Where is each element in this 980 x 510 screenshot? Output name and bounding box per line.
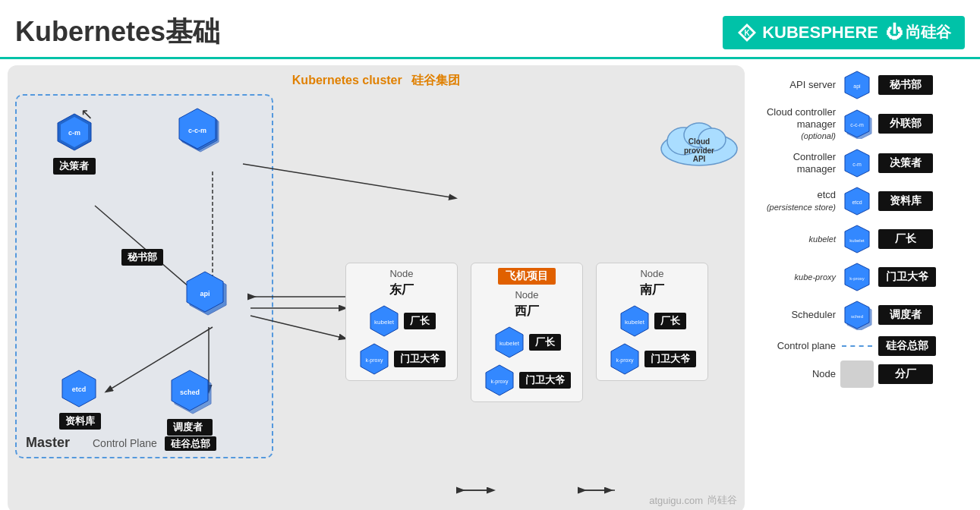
node-east: Node 东厂 kubelet 厂长 k-proxy 门卫大爷 (345, 263, 458, 381)
svg-text:c-m: c-m (852, 162, 862, 167)
ccm-component: c-c-m (175, 107, 220, 156)
legend-sched-label: Scheduler (752, 309, 836, 321)
menweidaye-west-label: 门卫大爷 (519, 372, 571, 389)
svg-text:api: api (200, 290, 210, 298)
cluster-diagram: Kubernetes cluster 硅谷集团 Master Control P… (8, 65, 745, 510)
kubelet-south-icon: kubelet (618, 304, 651, 338)
legend-node-cn: 分厂 (878, 364, 933, 384)
api-component: api 秘书部 (182, 270, 228, 319)
svg-text:c-m: c-m (68, 129, 80, 137)
node-south-name: 南厂 (640, 282, 664, 298)
svg-text:kubelet: kubelet (374, 319, 395, 326)
master-label: Master (26, 435, 70, 451)
diaoduzhe-label: 调度者 (167, 419, 213, 436)
shujubu-label: 秘书部 (121, 249, 163, 266)
node-east-title: Node (389, 268, 413, 279)
legend-ccm-cn: 外联部 (878, 114, 933, 134)
kubelet-east-icon: kubelet (367, 304, 401, 338)
header: Kubernetes基础 K KUBESPHERE ⏻ 尚硅谷 (0, 0, 980, 57)
sigu-logo: ⏻ 尚硅谷 (886, 22, 951, 42)
kubelet-west-icon: kubelet (493, 326, 526, 359)
svg-text:etcd: etcd (72, 386, 87, 393)
control-plane-label: Control Plane 硅谷总部 (93, 437, 216, 451)
legend-kproxy: kube-proxy k-proxy 门卫大爷 (752, 260, 972, 294)
legend-control-plane: Control plane 硅谷总部 (752, 336, 972, 356)
svg-text:Cloud: Cloud (689, 137, 710, 146)
svg-text:etcd: etcd (852, 200, 862, 205)
svg-text:sched: sched (180, 389, 200, 396)
legend-ccm-label: Cloud controllermanager(optional) (752, 106, 836, 142)
legend-kproxy-icon: k-proxy (840, 260, 874, 294)
page-title: Kubernetes基础 (15, 14, 220, 51)
legend-etcd-icon: etcd (840, 184, 874, 218)
menweidaye-east-label: 门卫大爷 (394, 351, 446, 367)
kubesphere-icon: K (736, 22, 758, 43)
kubesphere-logo: K KUBESPHERE (736, 22, 878, 43)
node-west-name: 西厂 (515, 304, 539, 320)
legend-etcd-label: etcd(persistence store) (752, 189, 836, 212)
legend-cp-cn: 硅谷总部 (878, 336, 936, 356)
svg-text:provider: provider (684, 146, 714, 155)
svg-text:API: API (693, 155, 706, 163)
legend-kubelet-cn: 厂长 (878, 229, 933, 249)
main-content: Kubernetes cluster 硅谷集团 Master Control P… (0, 65, 980, 510)
svg-text:K: K (745, 29, 751, 37)
svg-text:kubelet: kubelet (849, 238, 865, 243)
node-south: Node 南厂 kubelet 厂长 k-proxy 门卫大爷 (596, 263, 708, 381)
legend-ccm: Cloud controllermanager(optional) c-c-m … (752, 106, 972, 142)
watermark: atguigu.com 尚硅谷 (649, 493, 737, 507)
legend-etcd-cn: 资料库 (878, 191, 933, 211)
feijixiangmu-label: 飞机项目 (498, 268, 556, 285)
legend-api-cn: 秘书部 (878, 75, 933, 95)
legend-kubelet-label: kubelet (752, 233, 836, 245)
changzhang-west-label: 厂长 (529, 334, 561, 351)
svg-text:kubelet: kubelet (499, 340, 520, 347)
svg-text:api: api (853, 83, 861, 90)
legend-node: Node 分厂 (752, 360, 972, 388)
sigu-zongbu-label: 硅谷总部 (165, 436, 216, 451)
legend-cp-icon (840, 345, 874, 347)
logo-area: K KUBESPHERE ⏻ 尚硅谷 (723, 16, 965, 49)
legend-node-icon (840, 360, 874, 388)
cm-component: c-m ↖ 决策者 (53, 111, 96, 175)
legend-cm-icon: c-m (840, 146, 874, 180)
node-south-title: Node (640, 268, 663, 279)
legend-kubelet: kubelet kubelet 厂长 (752, 222, 972, 256)
legend-sched-cn: 调度者 (878, 305, 933, 325)
svg-line-10 (243, 164, 455, 198)
svg-text:c-c-m: c-c-m (850, 122, 864, 128)
legend-api-server: API server api 秘书部 (752, 68, 972, 102)
legend-api-label: API server (752, 79, 836, 91)
legend-api-icon: api (840, 68, 874, 102)
kproxy-south-icon: k-proxy (608, 342, 641, 376)
juecezhe-label: 决策者 (53, 158, 96, 175)
cloud-icon: Cloud provider API (657, 111, 741, 168)
node-west: 飞机项目 Node 西厂 kubelet 厂长 k-proxy (471, 263, 583, 402)
header-divider (0, 57, 980, 59)
legend-cm: Controllermanager c-m 决策者 (752, 146, 972, 180)
legend-kproxy-cn: 门卫大爷 (878, 267, 936, 287)
kproxy-east-icon: k-proxy (358, 342, 391, 376)
svg-text:k-proxy: k-proxy (849, 276, 865, 281)
kproxy-west-icon: k-proxy (483, 364, 516, 397)
etcd-icon: etcd (59, 369, 99, 408)
legend-cm-label: Controllermanager (752, 151, 836, 175)
legend-cp-label: Control plane (752, 340, 836, 352)
etcd-component: etcd 资料库 (59, 369, 101, 430)
svg-text:k-proxy: k-proxy (616, 357, 634, 364)
legend-cm-cn: 决策者 (878, 153, 933, 173)
legend-kproxy-label: kube-proxy (752, 271, 836, 283)
svg-text:c-c-m: c-c-m (188, 127, 206, 134)
changzhang-east-label: 厂长 (404, 313, 436, 329)
svg-text:k-proxy: k-proxy (366, 357, 383, 364)
api-icon: api (182, 270, 228, 316)
svg-text:k-proxy: k-proxy (491, 379, 509, 385)
changzhang-south-label: 厂长 (654, 313, 686, 329)
cluster-title: Kubernetes cluster 硅谷集团 (15, 73, 737, 89)
ccm-icon: c-c-m (175, 107, 220, 153)
ziliaoku-label: 资料库 (59, 413, 101, 430)
legend-panel: API server api 秘书部 Cloud controllermanag… (752, 65, 972, 510)
legend-sched-icon: sched (840, 298, 874, 332)
cloud-provider: Cloud provider API (657, 111, 733, 164)
sched-icon: sched (167, 369, 213, 414)
